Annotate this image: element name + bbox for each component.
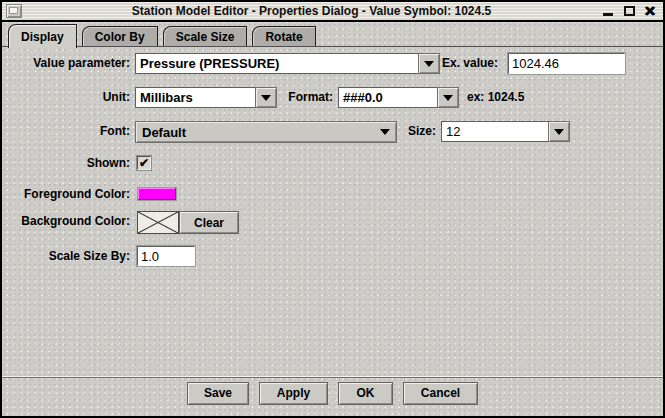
- cancel-button[interactable]: Cancel: [403, 382, 478, 405]
- save-button[interactable]: Save: [187, 382, 249, 405]
- dropdown-arrow-icon: [554, 129, 564, 135]
- unit-label: Unit:: [6, 87, 130, 108]
- minimize-icon: [603, 13, 613, 16]
- shown-label: Shown:: [6, 153, 130, 174]
- window-controls: ✕: [601, 4, 659, 18]
- close-icon: ✕: [644, 4, 656, 18]
- dropdown-arrow-icon: [424, 61, 434, 67]
- foreground-color-label: Foreground Color:: [6, 184, 130, 205]
- dropdown-arrow-icon: [443, 95, 453, 101]
- check-icon: ✔: [139, 157, 149, 169]
- value-parameter-label: Value parameter:: [6, 53, 130, 74]
- size-label: Size:: [392, 121, 436, 142]
- scale-size-by-label: Scale Size By:: [6, 246, 130, 267]
- format-label: Format:: [253, 87, 333, 108]
- format-input[interactable]: [338, 87, 437, 108]
- maximize-icon: [624, 6, 635, 16]
- unit-value: Millibars: [135, 87, 255, 108]
- font-combobox[interactable]: Default: [135, 121, 397, 143]
- station-model-editor-dialog: Station Model Editor - Properties Dialog…: [0, 0, 665, 418]
- tab-display[interactable]: Display: [8, 24, 77, 48]
- dropdown-arrow-icon: [380, 129, 390, 135]
- value-parameter-value: Pressure (PRESSURE): [135, 53, 418, 74]
- window-menu-icon[interactable]: [6, 4, 22, 18]
- scale-size-by-input[interactable]: [137, 246, 195, 266]
- background-color-label: Background Color:: [6, 211, 130, 232]
- window-menu-icon-pane: [9, 7, 18, 14]
- tab-bar: Display Color By Scale Size Rotate: [8, 24, 321, 48]
- format-dropdown-button[interactable]: [437, 87, 459, 108]
- x-cross-icon: [138, 212, 178, 233]
- maximize-button[interactable]: [622, 4, 636, 18]
- font-label: Font:: [6, 121, 130, 142]
- format-combobox[interactable]: [338, 87, 459, 108]
- dialog-button-row: Save Apply OK Cancel: [2, 380, 663, 406]
- size-input[interactable]: [441, 121, 548, 142]
- format-example-text: ex: 1024.5: [467, 87, 524, 108]
- size-combobox[interactable]: [441, 121, 570, 142]
- value-parameter-combobox[interactable]: Pressure (PRESSURE): [135, 53, 440, 74]
- foreground-color-swatch[interactable]: [137, 187, 177, 201]
- value-parameter-dropdown-button[interactable]: [418, 53, 440, 74]
- tab-scale-size[interactable]: Scale Size: [163, 26, 248, 46]
- titlebar: Station Model Editor - Properties Dialog…: [2, 2, 663, 22]
- button-panel-separator: [2, 376, 663, 378]
- close-button[interactable]: ✕: [643, 4, 657, 18]
- tab-color-by[interactable]: Color By: [82, 26, 158, 46]
- shown-checkbox[interactable]: ✔: [137, 156, 151, 170]
- size-dropdown-button[interactable]: [548, 121, 570, 142]
- apply-button[interactable]: Apply: [259, 382, 328, 405]
- ex-value-input[interactable]: [508, 53, 625, 74]
- tab-rotate[interactable]: Rotate: [252, 26, 315, 46]
- font-value: Default: [142, 125, 186, 140]
- ok-button[interactable]: OK: [338, 382, 393, 405]
- background-color-swatch[interactable]: [137, 211, 179, 234]
- display-tab-panel: Value parameter: Pressure (PRESSURE) Ex.…: [2, 46, 663, 376]
- minimize-button[interactable]: [601, 4, 615, 18]
- ex-value-label: Ex. value:: [442, 53, 498, 74]
- window-title: Station Model Editor - Properties Dialog…: [22, 4, 601, 18]
- clear-background-button[interactable]: Clear: [179, 211, 239, 234]
